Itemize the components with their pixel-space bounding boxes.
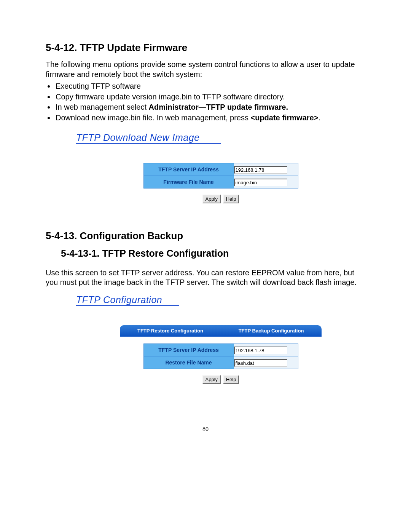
- config-tabs: TFTP Restore Configuration TFTP Backup C…: [120, 325, 322, 337]
- input-server-ip[interactable]: [234, 166, 287, 174]
- section2-body: Use this screen to set TFTP server addre…: [46, 268, 365, 288]
- bullet-text: Download new image.bin file. In web mana…: [56, 113, 251, 122]
- title-rule: [76, 143, 221, 144]
- title-rule: [76, 305, 179, 306]
- input-server-ip[interactable]: [234, 347, 287, 354]
- section1-bullets: Executing TFTP software Copy firmware up…: [55, 81, 365, 123]
- help-button[interactable]: Help: [223, 195, 239, 203]
- apply-button[interactable]: Apply: [202, 375, 221, 384]
- tab-backup[interactable]: TFTP Backup Configuration: [221, 325, 322, 337]
- panel-title: TFTP Download New Image: [76, 132, 200, 144]
- label-server-ip: TFTP Server IP Address: [143, 343, 234, 356]
- bullet-item: Copy firmware update version image.bin t…: [55, 92, 365, 102]
- section1-intro: The following menu options provide some …: [46, 60, 365, 79]
- label-restore-file: Restore File Name: [143, 356, 234, 369]
- tab-restore[interactable]: TFTP Restore Configuration: [120, 325, 221, 337]
- bullet-text: .: [318, 113, 320, 122]
- panel-title: TFTP Configuration: [76, 294, 162, 306]
- label-server-ip: TFTP Server IP Address: [143, 163, 234, 176]
- help-button[interactable]: Help: [223, 375, 239, 384]
- tftp-config-panel: TFTP Configuration TFTP Restore Configur…: [76, 294, 365, 384]
- cell-server-ip: [234, 163, 298, 176]
- cell-server-ip: [234, 343, 298, 356]
- tftp-download-form: TFTP Server IP Address Firmware File Nam…: [143, 163, 298, 189]
- heading-5-4-13-1: 5-4-13-1. TFTP Restore Configuration: [61, 248, 365, 259]
- heading-5-4-13: 5-4-13. Configuration Backup: [46, 230, 365, 242]
- cell-firmware-file: [234, 176, 298, 188]
- bullet-item: Download new image.bin file. In web mana…: [55, 113, 365, 123]
- cell-restore-file: [234, 356, 298, 369]
- apply-button[interactable]: Apply: [202, 195, 221, 203]
- tftp-download-panel: TFTP Download New Image TFTP Server IP A…: [76, 132, 365, 203]
- bullet-strong: <update firmware>: [251, 113, 319, 122]
- heading-5-4-12: 5-4-12. TFTP Update Firmware: [46, 42, 365, 54]
- input-firmware-file[interactable]: [234, 179, 287, 186]
- page-number: 80: [46, 426, 365, 433]
- bullet-item: Executing TFTP software: [55, 81, 365, 91]
- label-firmware-file: Firmware File Name: [143, 176, 234, 188]
- bullet-strong: Administrator—TFTP update firmware.: [149, 103, 288, 111]
- button-row: Apply Help: [143, 374, 299, 384]
- tftp-restore-form: TFTP Server IP Address Restore File Name: [143, 343, 298, 369]
- bullet-item: In web management select Administrator—T…: [55, 102, 365, 112]
- input-restore-file[interactable]: [234, 359, 287, 367]
- button-row: Apply Help: [143, 194, 299, 203]
- bullet-text: In web management select: [56, 103, 149, 111]
